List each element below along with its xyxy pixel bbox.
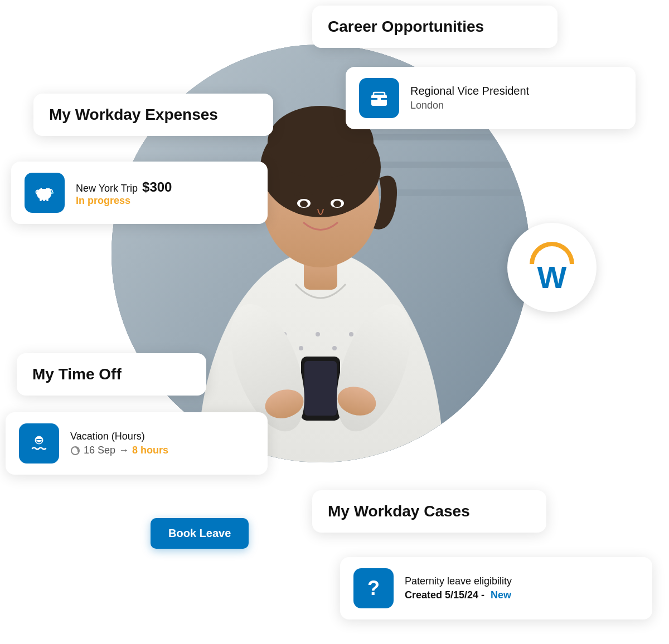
- expense-name: New York Trip: [76, 183, 138, 194]
- svg-point-16: [349, 332, 353, 336]
- vacation-icon: [29, 433, 49, 453]
- expense-detail-card[interactable]: New York Trip $300 In progress: [11, 162, 268, 224]
- svg-point-15: [332, 346, 337, 350]
- question-icon-box: ?: [353, 568, 394, 608]
- expenses-title-card: My Workday Expenses: [33, 94, 273, 136]
- piggybank-icon: [35, 183, 55, 203]
- svg-rect-48: [46, 199, 49, 201]
- case-status: New: [491, 589, 511, 601]
- svg-point-28: [300, 201, 308, 207]
- book-leave-button[interactable]: Book Leave: [151, 518, 249, 549]
- vacation-arrow: →: [119, 445, 129, 456]
- career-opportunities-title: Career Opportunities: [328, 18, 484, 35]
- expense-amount: $300: [142, 179, 172, 195]
- vacation-hours: 8 hours: [132, 445, 168, 456]
- svg-rect-39: [377, 97, 381, 101]
- vacation-schedule: 16 Sep → 8 hours: [70, 445, 168, 456]
- svg-point-45: [51, 192, 54, 194]
- timeoff-detail-card[interactable]: Vacation (Hours) 16 Sep → 8 hours: [6, 412, 268, 475]
- expense-status: In progress: [76, 195, 172, 207]
- workday-w-letter: W: [537, 262, 567, 293]
- svg-point-13: [299, 346, 303, 350]
- timeoff-title: My Time Off: [32, 365, 122, 383]
- career-detail-info: Regional Vice President London: [410, 83, 529, 113]
- briefcase-icon: [369, 88, 389, 108]
- refresh-icon: [70, 446, 80, 456]
- cases-title-card: My Workday Cases: [312, 490, 546, 533]
- expense-info: New York Trip $300 In progress: [76, 179, 172, 207]
- career-detail-card[interactable]: Regional Vice President London: [346, 67, 636, 129]
- vacation-icon-box: [19, 423, 59, 464]
- case-name: Paternity leave eligibility: [405, 575, 512, 587]
- svg-point-44: [51, 191, 52, 192]
- expenses-title: My Workday Expenses: [49, 106, 218, 123]
- timeoff-title-card: My Time Off: [17, 353, 206, 396]
- question-mark-icon: ?: [367, 577, 380, 600]
- workday-logo: W: [507, 223, 597, 312]
- svg-rect-47: [43, 199, 45, 201]
- cases-title: My Workday Cases: [328, 502, 470, 520]
- case-meta-line: Created 5/15/24 - New: [405, 589, 512, 601]
- svg-rect-46: [40, 198, 42, 201]
- piggybank-icon-box: [25, 173, 65, 213]
- cases-detail-card[interactable]: ? Paternity leave eligibility Created 5/…: [340, 557, 652, 619]
- career-opportunities-card: Career Opportunities: [312, 6, 558, 48]
- cases-info: Paternity leave eligibility Created 5/15…: [405, 575, 512, 601]
- svg-rect-43: [42, 188, 46, 189]
- svg-point-29: [333, 201, 341, 207]
- job-location: London: [410, 99, 529, 113]
- svg-point-42: [47, 188, 50, 191]
- briefcase-icon-box: [359, 78, 399, 118]
- timeoff-info: Vacation (Hours) 16 Sep → 8 hours: [70, 431, 168, 456]
- vacation-date-text: 16 Sep: [84, 445, 115, 456]
- svg-point-14: [316, 332, 320, 336]
- case-meta-text: Created 5/15/24 -: [405, 589, 484, 601]
- svg-rect-31: [304, 361, 337, 416]
- vacation-type: Vacation (Hours): [70, 431, 168, 442]
- job-title: Regional Vice President: [410, 83, 529, 99]
